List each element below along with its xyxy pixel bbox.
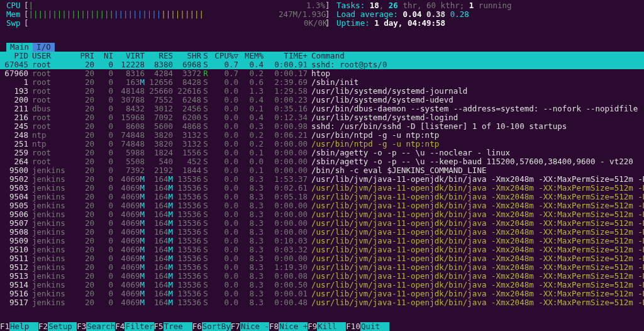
- process-row[interactable]: 9502jenkins2004069M164M13536S0.08.31:53.…: [0, 175, 644, 184]
- fkey-label-F1[interactable]: Help: [9, 322, 38, 331]
- process-row[interactable]: 248ntp2007484838203132S0.00.20:06.21/usr…: [0, 131, 644, 140]
- process-row[interactable]: 9504jenkins2004069M164M13536S0.08.30:05.…: [0, 193, 644, 201]
- hdr-cpu[interactable]: CPU%▽: [210, 52, 238, 60]
- hdr-user[interactable]: USER: [28, 52, 72, 60]
- process-row[interactable]: 193root200481482566022616S0.01.31:29.58/…: [0, 87, 644, 96]
- fkey-label-F3[interactable]: Search: [86, 322, 115, 331]
- fkey-F2: F2: [38, 322, 48, 331]
- fkey-F8: F8: [269, 322, 279, 331]
- bracket-close: ]: [325, 19, 330, 28]
- process-row[interactable]: 9510jenkins2004069M164M13536S0.08.30:03.…: [0, 245, 644, 254]
- fkey-F1: F1: [0, 322, 9, 331]
- hdr-pri[interactable]: PRI: [72, 52, 94, 60]
- process-row[interactable]: 9508jenkins2004069M164M13536S0.08.30:00.…: [0, 228, 644, 237]
- fkey-label-F2[interactable]: Setup: [48, 322, 77, 331]
- mem-value: 247M/1.93G: [279, 10, 326, 19]
- process-row[interactable]: 264root2005508540452S0.00.00:00.00/sbin/…: [0, 157, 644, 166]
- process-row[interactable]: 211dbus200843230122456S0.00.10:35.16/usr…: [0, 104, 644, 113]
- fkey-label-F9[interactable]: Kill: [317, 322, 346, 331]
- uptime-line: Uptime: 1 day, 04:49:58: [336, 19, 445, 28]
- swp-value: 0K/0K: [304, 19, 328, 28]
- process-row[interactable]: 9500jenkins200739221921844S0.00.10:00.00…: [0, 166, 644, 175]
- process-row[interactable]: 245root200860856004868S0.00.30:00.98sshd…: [0, 122, 644, 131]
- fkey-F9: F9: [308, 322, 317, 331]
- running-count: 1: [469, 1, 474, 10]
- fkey-label-F6[interactable]: SortBy: [202, 322, 231, 331]
- process-row[interactable]: 9511jenkins2004069M164M13536S0.08.30:00.…: [0, 254, 644, 263]
- process-row[interactable]: 67045root2001222883806968S0.70.40:00.91s…: [0, 60, 644, 69]
- fkey-F7: F7: [231, 322, 240, 331]
- process-row[interactable]: 9517jenkins2004069M164M13536S0.08.30:00.…: [0, 298, 644, 307]
- fkey-F10: F10: [346, 322, 360, 331]
- kthr: 60 kthr;: [426, 1, 464, 10]
- process-row[interactable]: 9505jenkins2004069M164M13536S0.08.30:00.…: [0, 201, 644, 210]
- swp-label: Swp: [6, 19, 24, 28]
- hdr-mem[interactable]: MEM%: [238, 52, 264, 60]
- bracket-close: ]: [325, 10, 330, 19]
- bracket-open: [: [24, 10, 29, 19]
- load3: 0.28: [450, 9, 469, 19]
- fkey-label-F7[interactable]: Nice -: [240, 322, 269, 331]
- mem-meter: Mem[||||||||||||||||||||||||||||||||||||…: [6, 10, 638, 19]
- process-row[interactable]: 200root2003078875526248S0.00.40:00.23/us…: [0, 96, 644, 104]
- process-row[interactable]: 67960root200831642843372R0.70.20:00.17ht…: [0, 69, 644, 78]
- process-row[interactable]: 9513jenkins2004069M164M13536S0.08.30:00.…: [0, 272, 644, 281]
- fkey-F3: F3: [77, 322, 86, 331]
- tasks-label: Tasks:: [336, 1, 365, 10]
- hdr-virt[interactable]: VIRT: [113, 52, 145, 60]
- hdr-pid[interactable]: PID: [0, 52, 28, 60]
- cpu-bar: |: [29, 1, 34, 10]
- process-row[interactable]: 216root2001596870926200S0.00.40:12.34/us…: [0, 113, 644, 122]
- tasks-count: 18: [370, 1, 379, 10]
- load2: 0.38: [426, 9, 445, 19]
- hdr-ni[interactable]: NI: [94, 52, 113, 60]
- hdr-res[interactable]: RES: [145, 52, 173, 60]
- process-row[interactable]: 9514jenkins2004069M164M13536S0.08.30:00.…: [0, 281, 644, 289]
- hdr-s[interactable]: S: [201, 52, 210, 60]
- process-list[interactable]: 67045root2001222883806968S0.70.40:00.91s…: [0, 60, 644, 307]
- process-row[interactable]: 1root200163M126568428S0.00.62:39.69/sbin…: [0, 78, 644, 87]
- cpu-value: 1.3%: [306, 1, 325, 10]
- hdr-cmd[interactable]: Command: [308, 52, 644, 60]
- cpu-meter: CPU[| 1.3%]: [6, 1, 638, 10]
- mem-label: Mem: [6, 10, 24, 19]
- process-row[interactable]: 251ntp2007484838203132S0.00.20:00.00/usr…: [0, 140, 644, 149]
- bracket-open: [: [24, 1, 29, 10]
- process-row[interactable]: 259root200598818241556S0.00.10:00.00/sbi…: [0, 149, 644, 157]
- process-row[interactable]: 9503jenkins2004069M164M13536S0.08.30:02.…: [0, 184, 644, 193]
- load1: 0.04: [402, 9, 421, 19]
- tab-i/o[interactable]: I/O: [33, 43, 55, 52]
- function-keys: F1Help F2Setup F3SearchF4FilterF5Tree F6…: [0, 322, 644, 331]
- mem-bar: |||||||||||||||||||||||||||||||||||||: [29, 10, 204, 19]
- fkey-label-F8[interactable]: Nice +: [279, 322, 308, 331]
- process-row[interactable]: 9506jenkins2004069M164M13536S0.08.30:00.…: [0, 210, 644, 219]
- hdr-shr[interactable]: SHR: [173, 52, 201, 60]
- running-label: running: [479, 1, 512, 10]
- fkey-F4: F4: [115, 322, 125, 331]
- load-label: Load average:: [336, 9, 398, 19]
- meters-panel: CPU[| 1.3%] Mem[||||||||||||||||||||||||…: [0, 0, 644, 30]
- process-row[interactable]: 9507jenkins2004069M164M13536S0.08.30:00.…: [0, 219, 644, 228]
- cpu-label: CPU: [6, 1, 24, 10]
- uptime-label: Uptime:: [336, 18, 370, 28]
- fkey-F6: F6: [192, 322, 202, 331]
- process-row[interactable]: 9512jenkins2004069M164M13536S0.08.31:19.…: [0, 263, 644, 272]
- process-row[interactable]: 9509jenkins2004069M164M13536S0.08.30:10.…: [0, 237, 644, 245]
- fkey-label-F5[interactable]: Tree: [164, 322, 192, 331]
- fkey-F5: F5: [154, 322, 164, 331]
- thr-label: thr,: [402, 1, 426, 10]
- fkey-label-F10[interactable]: Quit: [360, 322, 389, 331]
- uptime-value: 1 day, 04:49:58: [374, 18, 445, 28]
- tab-main[interactable]: Main: [6, 43, 33, 52]
- swp-meter: Swp[ 0K/0K]: [6, 19, 638, 28]
- table-header[interactable]: PID USER PRI NI VIRT RES SHR S CPU%▽ MEM…: [0, 52, 644, 60]
- hdr-time[interactable]: TIME+: [264, 52, 308, 60]
- tabs: MainI/O: [0, 43, 644, 52]
- thread-count: 26: [389, 1, 398, 10]
- process-row[interactable]: 9516jenkins2004069M164M13536S0.08.30:00.…: [0, 289, 644, 298]
- load-line: Load average: 0.04 0.38 0.28: [336, 10, 469, 19]
- htop-screen: CPU[| 1.3%] Mem[||||||||||||||||||||||||…: [0, 0, 644, 331]
- fkey-label-F4[interactable]: Filter: [125, 322, 153, 331]
- bracket-close: ]: [325, 1, 330, 10]
- bracket-open: [: [24, 19, 29, 28]
